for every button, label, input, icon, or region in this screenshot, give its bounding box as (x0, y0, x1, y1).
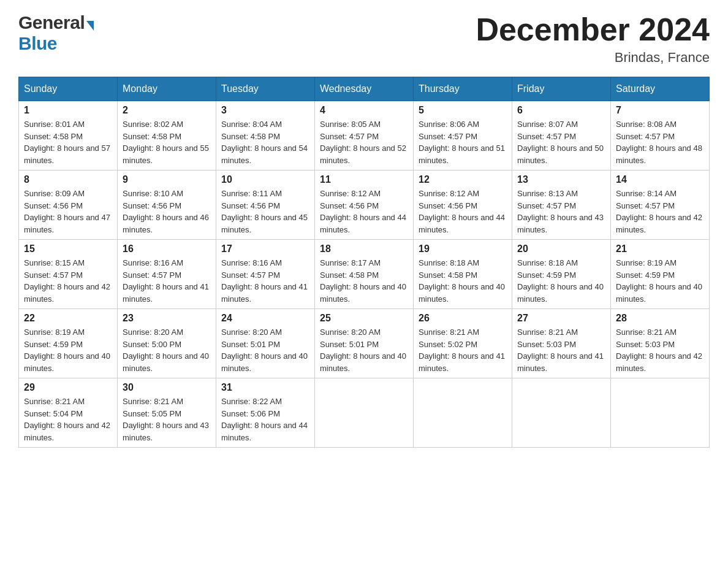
day-number: 22 (24, 313, 112, 324)
day-info: Sunrise: 8:22 AM Sunset: 5:06 PM Dayligh… (221, 396, 309, 443)
day-info: Sunrise: 8:10 AM Sunset: 4:56 PM Dayligh… (123, 188, 211, 236)
calendar-cell: 1 Sunrise: 8:01 AM Sunset: 4:58 PM Dayli… (19, 101, 118, 170)
sunset-label: Sunset: 4:58 PM (320, 270, 379, 280)
sunrise-label: Sunrise: 8:16 AM (221, 258, 282, 267)
sunrise-label: Sunrise: 8:07 AM (517, 120, 578, 129)
calendar-cell: 6 Sunrise: 8:07 AM Sunset: 4:57 PM Dayli… (512, 101, 611, 170)
day-info: Sunrise: 8:11 AM Sunset: 4:56 PM Dayligh… (221, 188, 309, 236)
sunset-label: Sunset: 4:57 PM (320, 132, 379, 141)
day-info: Sunrise: 8:20 AM Sunset: 5:01 PM Dayligh… (320, 326, 408, 374)
day-number: 18 (320, 243, 408, 255)
calendar-cell: 7 Sunrise: 8:08 AM Sunset: 4:57 PM Dayli… (611, 101, 710, 170)
sunrise-label: Sunrise: 8:21 AM (24, 397, 85, 406)
calendar-week-row: 22 Sunrise: 8:19 AM Sunset: 4:59 PM Dayl… (19, 309, 710, 378)
sunrise-label: Sunrise: 8:13 AM (517, 189, 578, 198)
calendar-cell: 14 Sunrise: 8:14 AM Sunset: 4:57 PM Dayl… (611, 170, 710, 240)
column-header-thursday: Thursday (414, 77, 512, 101)
daylight-label: Daylight: 8 hours and 57 minutes. (24, 144, 110, 165)
sunrise-label: Sunrise: 8:16 AM (123, 258, 183, 267)
calendar-cell: 4 Sunrise: 8:05 AM Sunset: 4:57 PM Dayli… (315, 101, 414, 170)
sunset-label: Sunset: 5:05 PM (123, 409, 181, 418)
daylight-label: Daylight: 8 hours and 55 minutes. (123, 144, 209, 165)
day-info: Sunrise: 8:06 AM Sunset: 4:57 PM Dayligh… (419, 118, 507, 166)
day-info: Sunrise: 8:07 AM Sunset: 4:57 PM Dayligh… (517, 118, 605, 166)
day-info: Sunrise: 8:21 AM Sunset: 5:05 PM Dayligh… (123, 396, 211, 443)
day-number: 30 (123, 382, 211, 393)
sunset-label: Sunset: 4:59 PM (616, 270, 675, 280)
column-header-sunday: Sunday (19, 77, 118, 101)
daylight-label: Daylight: 8 hours and 40 minutes. (24, 351, 110, 373)
day-number: 14 (616, 174, 704, 185)
sunset-label: Sunset: 5:01 PM (320, 340, 379, 349)
daylight-label: Daylight: 8 hours and 50 minutes. (517, 144, 604, 165)
day-number: 11 (320, 174, 408, 185)
daylight-label: Daylight: 8 hours and 41 minutes. (517, 351, 604, 373)
sunrise-label: Sunrise: 8:19 AM (616, 258, 677, 267)
day-number: 29 (24, 382, 112, 393)
daylight-label: Daylight: 8 hours and 40 minutes. (123, 351, 209, 373)
day-number: 10 (221, 174, 309, 185)
calendar-cell (414, 378, 512, 448)
day-number: 26 (419, 313, 507, 324)
day-number: 5 (419, 105, 507, 116)
sunset-label: Sunset: 4:57 PM (24, 270, 83, 280)
column-header-wednesday: Wednesday (315, 77, 414, 101)
day-number: 15 (24, 243, 112, 255)
day-info: Sunrise: 8:01 AM Sunset: 4:58 PM Dayligh… (24, 118, 112, 166)
day-number: 3 (221, 105, 309, 116)
calendar-cell: 25 Sunrise: 8:20 AM Sunset: 5:01 PM Dayl… (315, 309, 414, 378)
calendar-cell: 27 Sunrise: 8:21 AM Sunset: 5:03 PM Dayl… (512, 309, 611, 378)
sunset-label: Sunset: 4:56 PM (320, 201, 379, 210)
calendar-cell: 26 Sunrise: 8:21 AM Sunset: 5:02 PM Dayl… (414, 309, 512, 378)
day-number: 23 (123, 313, 211, 324)
sunrise-label: Sunrise: 8:14 AM (616, 189, 677, 198)
sunset-label: Sunset: 5:03 PM (517, 340, 576, 349)
column-header-tuesday: Tuesday (216, 77, 315, 101)
day-number: 1 (24, 105, 112, 116)
daylight-label: Daylight: 8 hours and 40 minutes. (616, 282, 702, 304)
sunrise-label: Sunrise: 8:09 AM (24, 189, 85, 198)
sunset-label: Sunset: 5:04 PM (24, 409, 83, 418)
daylight-label: Daylight: 8 hours and 40 minutes. (320, 282, 406, 304)
daylight-label: Daylight: 8 hours and 42 minutes. (616, 351, 702, 373)
day-info: Sunrise: 8:04 AM Sunset: 4:58 PM Dayligh… (221, 118, 309, 166)
calendar-cell (315, 378, 414, 448)
daylight-label: Daylight: 8 hours and 45 minutes. (221, 213, 308, 234)
daylight-label: Daylight: 8 hours and 42 minutes. (616, 213, 702, 234)
calendar-cell: 22 Sunrise: 8:19 AM Sunset: 4:59 PM Dayl… (19, 309, 118, 378)
daylight-label: Daylight: 8 hours and 40 minutes. (221, 351, 308, 373)
sunrise-label: Sunrise: 8:21 AM (419, 327, 479, 337)
calendar-cell: 5 Sunrise: 8:06 AM Sunset: 4:57 PM Dayli… (414, 101, 512, 170)
day-number: 6 (517, 105, 605, 116)
sunrise-label: Sunrise: 8:05 AM (320, 120, 381, 129)
daylight-label: Daylight: 8 hours and 40 minutes. (419, 282, 505, 304)
calendar-week-row: 1 Sunrise: 8:01 AM Sunset: 4:58 PM Dayli… (19, 101, 710, 170)
calendar-cell: 3 Sunrise: 8:04 AM Sunset: 4:58 PM Dayli… (216, 101, 315, 170)
day-number: 7 (616, 105, 704, 116)
calendar-cell: 23 Sunrise: 8:20 AM Sunset: 5:00 PM Dayl… (118, 309, 216, 378)
sunset-label: Sunset: 4:57 PM (517, 132, 576, 141)
day-info: Sunrise: 8:17 AM Sunset: 4:58 PM Dayligh… (320, 257, 408, 305)
sunrise-label: Sunrise: 8:21 AM (517, 327, 578, 337)
sunset-label: Sunset: 4:57 PM (616, 132, 675, 141)
sunrise-label: Sunrise: 8:21 AM (616, 327, 677, 337)
day-number: 2 (123, 105, 211, 116)
day-number: 20 (517, 243, 605, 255)
daylight-label: Daylight: 8 hours and 48 minutes. (616, 144, 702, 165)
calendar-cell: 9 Sunrise: 8:10 AM Sunset: 4:56 PM Dayli… (118, 170, 216, 240)
day-info: Sunrise: 8:21 AM Sunset: 5:02 PM Dayligh… (419, 326, 507, 374)
day-info: Sunrise: 8:20 AM Sunset: 5:00 PM Dayligh… (123, 326, 211, 374)
logo-triangle-icon (86, 21, 94, 31)
sunrise-label: Sunrise: 8:10 AM (123, 189, 183, 198)
daylight-label: Daylight: 8 hours and 41 minutes. (419, 351, 505, 373)
sunset-label: Sunset: 4:56 PM (24, 201, 83, 210)
calendar-week-row: 29 Sunrise: 8:21 AM Sunset: 5:04 PM Dayl… (19, 378, 710, 448)
day-info: Sunrise: 8:12 AM Sunset: 4:56 PM Dayligh… (419, 188, 507, 236)
sunset-label: Sunset: 4:57 PM (221, 270, 280, 280)
calendar-cell: 20 Sunrise: 8:18 AM Sunset: 4:59 PM Dayl… (512, 240, 611, 309)
daylight-label: Daylight: 8 hours and 40 minutes. (517, 282, 604, 304)
sunset-label: Sunset: 4:57 PM (616, 201, 675, 210)
daylight-label: Daylight: 8 hours and 44 minutes. (320, 213, 406, 234)
sunrise-label: Sunrise: 8:19 AM (24, 327, 85, 337)
calendar-cell: 24 Sunrise: 8:20 AM Sunset: 5:01 PM Dayl… (216, 309, 315, 378)
